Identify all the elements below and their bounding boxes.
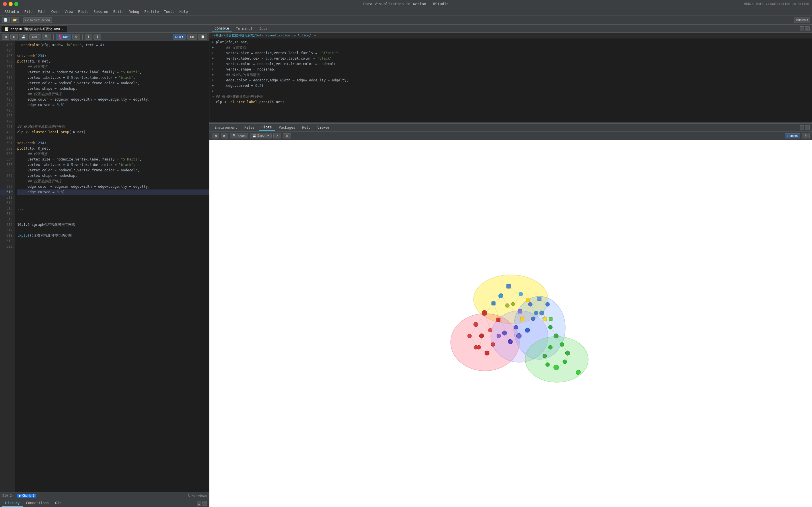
new-file-button[interactable]: 📄 xyxy=(2,17,10,23)
console-tab-terminal[interactable]: Terminal xyxy=(233,25,256,32)
spell-check-button[interactable]: ABC xyxy=(29,35,41,40)
run-button[interactable]: Run ▾ xyxy=(173,34,186,40)
menu-file[interactable]: File xyxy=(22,9,35,14)
search-button[interactable]: 🔍 xyxy=(42,34,51,40)
prev-plot-button[interactable]: ◀ xyxy=(212,133,219,138)
bottom-minimize-button[interactable]: _ xyxy=(197,501,201,506)
svg-point-62 xyxy=(488,328,492,332)
ed-sep-1 xyxy=(53,34,54,40)
svg-point-84 xyxy=(565,351,570,355)
status-left: 510:24 ● Chunk 9 xyxy=(2,494,36,498)
code-editor[interactable]: 483 484 485 486 487 488 489 490 491 492 … xyxy=(0,41,209,492)
svg-point-82 xyxy=(554,334,558,338)
plots-tab-packages[interactable]: Packages xyxy=(276,124,298,131)
zoom-button[interactable]: 🔍 Zoom xyxy=(230,133,248,138)
open-file-button[interactable]: 📂 xyxy=(11,17,19,23)
save-button[interactable]: 💾 xyxy=(19,34,28,40)
bottom-maximize-button[interactable]: □ xyxy=(202,501,207,506)
code-line-515 xyxy=(17,217,209,222)
svg-point-66 xyxy=(508,339,513,344)
console-line-7: + ## 设置边的显示情况 xyxy=(212,72,810,78)
addins-button[interactable]: Addins ▾ xyxy=(794,17,810,23)
knit-label: Knit xyxy=(63,35,68,39)
menu-edit[interactable]: Edit xyxy=(35,9,48,14)
code-line-517 xyxy=(17,228,209,233)
minimize-button[interactable] xyxy=(9,2,13,6)
bottom-tab-git[interactable]: Git xyxy=(52,500,64,507)
run-label: Run xyxy=(175,35,181,39)
svg-rect-64 xyxy=(497,318,500,322)
refresh-button[interactable]: ↻ xyxy=(802,133,810,138)
goto-file-label: Go to file/function xyxy=(25,18,50,22)
ed-sep-2 xyxy=(82,34,83,40)
menu-rstudio[interactable]: RStudio xyxy=(2,9,21,14)
maximize-button[interactable] xyxy=(14,2,18,6)
menu-view[interactable]: View xyxy=(62,9,75,14)
tab-close-icon[interactable]: ✕ xyxy=(62,27,63,31)
clear-plots-button[interactable]: 🗑 xyxy=(283,133,291,138)
plots-tab-files[interactable]: Files xyxy=(241,124,257,131)
menu-code[interactable]: Code xyxy=(49,9,62,14)
console-maximize-button[interactable]: □ xyxy=(805,26,810,31)
chunk-name: Chunk 9 xyxy=(22,494,35,497)
plots-maximize-button[interactable]: □ xyxy=(805,125,810,130)
svg-point-76 xyxy=(528,302,532,306)
svg-point-86 xyxy=(554,365,559,370)
status-right: R Markdown xyxy=(188,494,207,498)
plots-tab-viewer[interactable]: Viewer xyxy=(314,124,333,131)
window-controls[interactable] xyxy=(3,2,18,6)
menu-build[interactable]: Build xyxy=(111,9,126,14)
svg-point-50 xyxy=(519,292,523,296)
code-content[interactable]: dendrplot(cfg, mode= 'hclust', rect = 4)… xyxy=(15,41,209,492)
new-file-icon: 📄 xyxy=(4,18,8,22)
console-tab-jobs[interactable]: Jobs xyxy=(256,25,270,32)
code-line-510: edge.curved = 0.3) xyxy=(17,189,209,195)
svg-point-49 xyxy=(499,293,503,298)
connections-tab-label: Connections xyxy=(26,501,49,505)
menu-session[interactable]: Session xyxy=(91,9,110,14)
code-line-511 xyxy=(17,195,209,200)
code-tools-button[interactable]: 📋 xyxy=(198,34,207,40)
global-toolbar: 📄 📂 Go to file/function Addins ▾ xyxy=(0,15,812,25)
toolbar-sep-2 xyxy=(54,17,54,23)
code-line-518: tkplot()函数可视化可交互的动图 xyxy=(17,233,209,238)
console-minimize-button[interactable]: _ xyxy=(800,26,804,31)
plots-minimize-button[interactable]: _ xyxy=(800,125,804,130)
bottom-tab-connections[interactable]: Connections xyxy=(23,500,52,507)
console-path-arrow: ⟶ xyxy=(314,34,316,37)
forward-button[interactable]: ▶ xyxy=(10,34,18,40)
settings-button[interactable]: ⚙ xyxy=(72,34,80,40)
publish-button[interactable]: Publish xyxy=(785,133,800,138)
menu-profile[interactable]: Profile xyxy=(142,9,161,14)
export-button[interactable]: 💾 Export ▾ xyxy=(250,133,272,138)
menu-plots[interactable]: Plots xyxy=(76,9,91,14)
editor-tab-rmd[interactable]: 📝 chap10_图数据分析与可视化.Rmd ✕ xyxy=(1,25,67,33)
console-tab-bar: Console Terminal Jobs _ □ xyxy=(209,25,812,33)
code-line-491: vertex.shape = nodeshap, xyxy=(17,86,209,92)
plots-tab-help[interactable]: Help xyxy=(299,124,313,131)
code-line-485: set.seed(1234) xyxy=(17,53,209,59)
next-plot-button[interactable]: ▶ xyxy=(221,133,228,138)
run-next-button[interactable]: ⬇ xyxy=(94,34,101,40)
code-line-506: vertex.color = nodecolr,vertex.frame.col… xyxy=(17,168,209,173)
menu-help[interactable]: Help xyxy=(177,9,190,14)
source-button[interactable]: ▶▶ xyxy=(187,34,197,40)
close-button[interactable] xyxy=(3,2,7,6)
back-button[interactable]: ◀ xyxy=(2,34,9,40)
plots-panel-controls: _ □ xyxy=(800,125,810,130)
goto-file-button[interactable]: Go to file/function xyxy=(23,17,52,23)
menu-debug[interactable]: Debug xyxy=(126,9,141,14)
console-tab-console[interactable]: Console xyxy=(212,25,232,32)
code-line-489: vertex.label.cex = 0.5,vertex.label.colo… xyxy=(17,75,209,80)
svg-point-88 xyxy=(543,354,547,358)
plots-tab-environment[interactable]: Environment xyxy=(212,124,240,131)
code-line-486: plot(cfg,TK_net, xyxy=(17,59,209,64)
plots-tab-plots[interactable]: Plots xyxy=(259,124,275,131)
console-content[interactable]: > plot(cfg,TK_net, + ## 设置节点 + vertex.si… xyxy=(209,39,812,122)
knit-button[interactable]: 🧶 Knit xyxy=(56,34,71,40)
run-prev-button[interactable]: ⬆ xyxy=(85,34,92,40)
delete-plot-button[interactable]: ✕ xyxy=(273,133,281,138)
console-line-4: + vertex.label.cex = 0.5,vertex.label.co… xyxy=(212,56,810,61)
bottom-tab-history[interactable]: History xyxy=(2,500,23,507)
menu-tools[interactable]: Tools xyxy=(162,9,177,14)
